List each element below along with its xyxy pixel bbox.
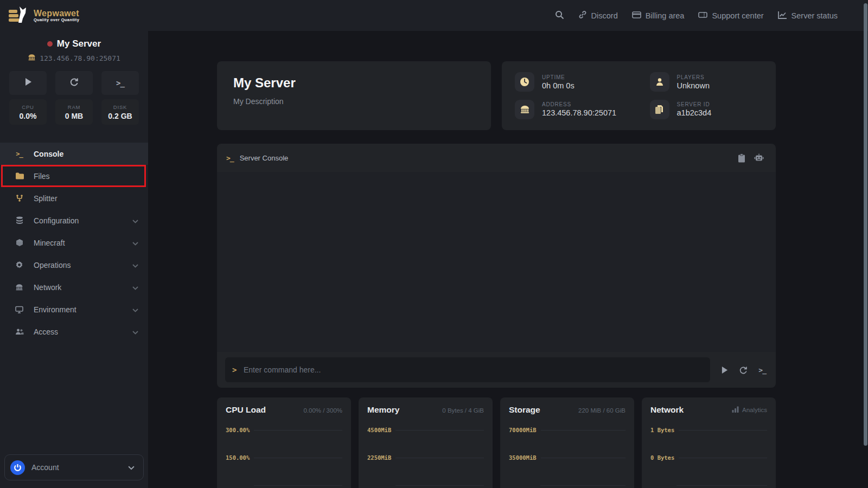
nav-billing-area[interactable]: Billing area: [632, 11, 685, 21]
stat-label: CPU: [22, 104, 34, 110]
players-tile: PLAYERS Unknown: [650, 70, 763, 94]
account-menu[interactable]: Account: [4, 454, 144, 480]
start-server-button[interactable]: [9, 71, 47, 95]
restart-icon: [69, 78, 79, 88]
sidebar-item-minecraft[interactable]: Minecraft: [0, 232, 148, 254]
server-id-tile[interactable]: SERVER ID a1b2c3d4: [650, 98, 763, 121]
search-icon: [555, 10, 564, 21]
stat-label: DISK: [113, 104, 127, 110]
account-label: Account: [31, 463, 59, 472]
info-label: ADDRESS: [542, 101, 616, 107]
database-icon: [15, 216, 24, 224]
resource-mini-stats: CPU 0.0% RAM 0 MB DISK 0.2 GB: [9, 99, 139, 125]
info-label: UPTIME: [542, 74, 575, 80]
menu-label: Configuration: [34, 216, 79, 225]
sidebar-item-network[interactable]: Network: [0, 276, 148, 298]
network-chart: 1 Bytes 0 Bytes: [650, 427, 767, 488]
menu-label: Splitter: [34, 194, 58, 203]
command-input[interactable]: [225, 357, 710, 382]
page-scrollbar[interactable]: [864, 3, 867, 446]
analytics-link[interactable]: Analytics: [732, 406, 767, 414]
stat-value: 0 MB: [65, 112, 83, 120]
clock-icon: [515, 72, 534, 92]
cpu-mini-stat: CPU 0.0%: [9, 99, 47, 125]
address-icon: [28, 54, 36, 62]
info-value: a1b2c3d4: [677, 108, 712, 117]
server-name: My Server: [57, 38, 101, 49]
search-button[interactable]: [555, 10, 564, 21]
server-status-dot: [47, 41, 53, 47]
usage-meta: Analytics: [742, 407, 767, 413]
info-label: PLAYERS: [677, 74, 710, 80]
nav-server-status[interactable]: Server status: [778, 11, 838, 21]
address-tile[interactable]: ADDRESS 123.456.78.90:25071: [515, 98, 628, 121]
network-icon: [15, 284, 24, 291]
main-area: My Server My Description UPTIME 0h 0m 0s: [148, 31, 868, 488]
chevron-down-icon: [128, 463, 135, 472]
topbar: Wepwawet Quality over Quantity Discord: [0, 0, 868, 31]
brand-logo[interactable]: Wepwawet Quality over Quantity: [7, 4, 79, 27]
prompt-chevron-icon: >: [232, 365, 237, 374]
usage-meta: 0 Bytes / 4 GiB: [442, 407, 484, 414]
folder-icon: [15, 172, 24, 179]
robot-icon[interactable]: [754, 153, 764, 163]
server-console-panel: >_ Server Console: [217, 144, 776, 388]
memory-card: Memory 0 Bytes / 4 GiB 4500MiB 2250MiB: [359, 397, 493, 488]
menu-label: Operations: [34, 261, 71, 269]
terminal-icon[interactable]: >_: [758, 366, 766, 374]
nav-label: Billing area: [646, 11, 685, 20]
sidebar-item-access[interactable]: Access: [0, 320, 148, 343]
menu-label: Console: [34, 150, 63, 158]
sidebar-item-environment[interactable]: Environment: [0, 298, 148, 320]
sidebar-item-console[interactable]: >_ Console: [0, 143, 148, 165]
disk-mini-stat: DISK 0.2 GB: [101, 99, 139, 125]
copy-icon: [650, 100, 669, 119]
usage-title: Storage: [509, 405, 540, 415]
send-command-play-icon[interactable]: [721, 366, 728, 374]
usage-cards-row: CPU Load 0.00% / 300% 300.00% 150.00%: [217, 397, 776, 488]
restart-icon[interactable]: [739, 366, 748, 374]
chevron-down-icon: [132, 282, 138, 292]
play-icon: [24, 78, 32, 88]
server-description: My Description: [233, 97, 475, 106]
address-icon: [515, 100, 534, 119]
status-chart-icon: [778, 11, 787, 21]
restart-server-button[interactable]: [55, 71, 93, 95]
usage-title: Network: [650, 405, 684, 415]
brand-name: Wepwawet: [34, 9, 79, 18]
menu-label: Network: [34, 283, 61, 292]
nav-label: Server status: [792, 11, 838, 20]
sidebar-item-files[interactable]: Files: [0, 165, 148, 187]
storage-chart: 70000MiB 35000MiB: [509, 427, 626, 488]
sidebar: My Server 123.456.78.90:25071: [0, 31, 148, 488]
analytics-bars-icon: [732, 406, 739, 414]
tick-label: 4500MiB: [367, 427, 391, 433]
nav-support-center[interactable]: Support center: [698, 11, 763, 21]
clipboard-icon[interactable]: [738, 153, 745, 163]
kill-console-button[interactable]: >_: [101, 71, 139, 95]
stat-value: 0.2 GB: [108, 112, 132, 120]
brand-tagline: Quality over Quantity: [34, 18, 79, 22]
server-address-row[interactable]: 123.456.78.90:25071: [0, 54, 148, 62]
sidebar-item-configuration[interactable]: Configuration: [0, 209, 148, 232]
nav-discord[interactable]: Discord: [578, 10, 618, 21]
page-title: My Server: [233, 75, 475, 91]
console-header: >_ Server Console: [217, 144, 776, 172]
credit-card-icon: [632, 11, 641, 21]
avatar: [10, 460, 25, 475]
storage-card: Storage 220 MiB / 60 GiB 70000MiB 35000M…: [500, 397, 634, 488]
chevron-down-icon: [132, 216, 138, 226]
sidebar-item-splitter[interactable]: Splitter: [0, 187, 148, 209]
gear-icon: [15, 261, 24, 269]
console-output[interactable]: [217, 172, 776, 352]
menu-label: Access: [34, 328, 58, 336]
info-value: 0h 0m 0s: [542, 81, 575, 90]
terminal-icon: >_: [15, 150, 24, 158]
users-icon: [15, 328, 24, 335]
usage-title: Memory: [367, 405, 399, 415]
sidebar-item-operations[interactable]: Operations: [0, 254, 148, 276]
terminal-icon: >_: [116, 79, 124, 87]
wolf-logo-icon: [7, 4, 29, 27]
memory-chart: 4500MiB 2250MiB: [367, 427, 484, 488]
player-icon: [650, 72, 669, 92]
